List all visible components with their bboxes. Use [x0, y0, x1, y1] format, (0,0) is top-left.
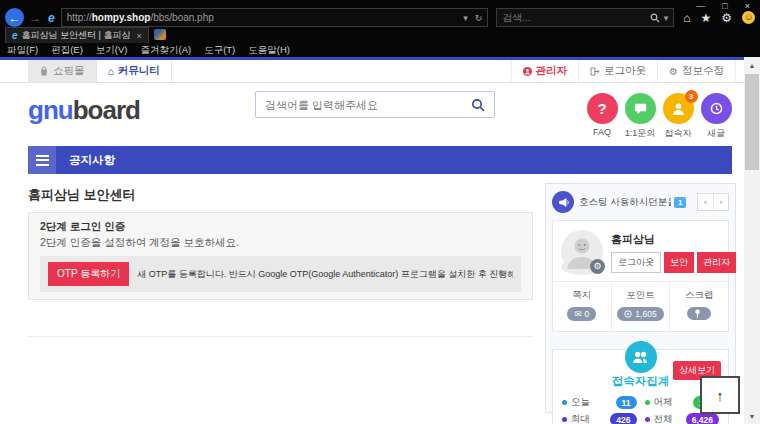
security-button[interactable]: 보안 — [664, 252, 694, 273]
profile-name: 홈피삼님 — [611, 232, 720, 247]
profile-buttons: 로그아웃 보안 관리자 — [611, 252, 720, 273]
visitor-stat-today: 오늘 11 — [562, 396, 637, 409]
quick-icons: ? FAQ 1:1문의 — [584, 93, 734, 140]
coin-icon — [624, 310, 632, 318]
chat-bubble-icon[interactable] — [625, 93, 656, 124]
visitor-person-icon[interactable]: 3 — [663, 93, 694, 124]
inquiry-shortcut[interactable]: 1:1문의 — [622, 93, 658, 140]
point-stat[interactable]: 포인트 1,605 — [611, 282, 670, 331]
memo-count: 0 — [585, 309, 590, 319]
banner-next-icon[interactable]: › — [713, 194, 728, 210]
otp-section-desc: 2단계 인증을 설정하여 계정을 보호하세요. — [40, 236, 521, 250]
home-icon[interactable]: ⌂ — [683, 11, 690, 25]
profile-card: ⚙ 홈피삼님 로그아웃 보안 관리자 쪽지 — [552, 220, 729, 332]
menu-file[interactable]: 파일(F) — [7, 44, 38, 57]
site-tab-shop[interactable]: 쇼핑몰 — [28, 60, 96, 82]
back-button[interactable]: ← — [5, 8, 24, 27]
browser-tab-bar: e 홈피삼님 보안센터 | 홈피삼 × — [0, 27, 760, 43]
profile-top: ⚙ 홈피삼님 로그아웃 보안 관리자 — [553, 221, 728, 281]
max-dot — [562, 417, 567, 422]
today-count-badge: 11 — [616, 396, 637, 409]
browser-search-box[interactable]: ▾ — [496, 8, 674, 27]
menu-edit[interactable]: 편집(E) — [51, 44, 83, 57]
scrollbar-down-icon[interactable]: ▼ — [744, 408, 760, 424]
search-icon[interactable] — [471, 98, 485, 112]
board-nav-bar: 공지사항 — [28, 146, 732, 174]
otp-section: 2단계 로그인 인증 2단계 인증을 설정하여 계정을 보호하세요. OTP 등… — [28, 212, 533, 300]
menu-view[interactable]: 보기(V) — [96, 44, 128, 57]
scrollbar-thumb[interactable] — [745, 74, 759, 170]
scrap-pill — [687, 307, 711, 320]
page-favicon-icon: e — [48, 11, 55, 25]
total-dot — [645, 417, 650, 422]
browser-tab[interactable]: e 홈피삼님 보안센터 | 홈피삼 × — [5, 27, 149, 43]
menu-favorites[interactable]: 즐겨찾기(A) — [140, 44, 191, 57]
address-bar[interactable]: http://hompy.shop/bbs/boan.php ▾ ↻ — [61, 8, 489, 27]
envelope-icon: ✉ — [574, 309, 581, 319]
visitors-shortcut[interactable]: 3 접속자 — [660, 93, 696, 140]
refresh-icon[interactable]: ↻ — [475, 13, 483, 23]
scrap-stat[interactable]: 스크랩 — [669, 282, 728, 331]
logout-link-label: 로그아웃 — [604, 64, 646, 78]
inquiry-label: 1:1문의 — [625, 127, 656, 140]
menu-tools[interactable]: 도구(T) — [204, 44, 235, 57]
site-search-box[interactable] — [255, 91, 495, 118]
admin-link[interactable]: 관리자 — [511, 60, 579, 82]
point-count-pill: 1,605 — [617, 307, 663, 321]
scrap-label: 스크랩 — [670, 289, 728, 302]
faq-shortcut[interactable]: ? FAQ — [584, 93, 620, 140]
board-nav-title[interactable]: 공지사항 — [69, 153, 115, 168]
hamburger-menu-icon[interactable] — [28, 146, 56, 174]
logout-button[interactable]: 로그아웃 — [611, 252, 661, 273]
scroll-to-top-button[interactable]: ↑ — [700, 376, 740, 414]
site-logo[interactable]: gnuboard — [28, 96, 140, 124]
recent-clock-icon[interactable] — [701, 93, 732, 124]
tab-close-icon[interactable]: × — [136, 31, 141, 41]
home-icon: ⌂ — [108, 65, 114, 77]
tab-title: 홈피삼님 보안센터 | 홈피삼 — [22, 29, 131, 42]
pin-icon — [694, 309, 701, 318]
hosting-banner[interactable]: 호스팅 사용하시던분을 연.. 1 ‹ › — [552, 190, 729, 214]
new-tab-button[interactable] — [154, 29, 166, 40]
point-count: 1,605 — [635, 309, 656, 319]
new-posts-shortcut[interactable]: 새글 — [698, 93, 734, 140]
faq-label: FAQ — [593, 127, 611, 137]
admin-link-label: 관리자 — [536, 64, 568, 78]
otp-register-row: OTP 등록하기 새 OTP를 등록합니다. 반드시 Google OTP(Go… — [40, 256, 521, 292]
profile-info: 홈피삼님 로그아웃 보안 관리자 — [611, 230, 720, 273]
autocomplete-dropdown-icon[interactable]: ▾ — [463, 13, 468, 23]
max-count-badge: 426 — [610, 413, 636, 424]
browser-search-input[interactable] — [502, 12, 649, 23]
site-search-input[interactable] — [265, 99, 471, 111]
memo-stat[interactable]: 쪽지 ✉ 0 — [553, 282, 611, 331]
memo-count-pill: ✉ 0 — [567, 307, 596, 321]
site-tab-label: 쇼핑몰 — [53, 64, 85, 78]
menu-help[interactable]: 도움말(H) — [248, 44, 290, 57]
settings-gear-icon[interactable]: ⚙ — [721, 11, 732, 25]
profile-settings-gear-icon[interactable]: ⚙ — [590, 259, 605, 274]
edit-profile-label: 정보수정 — [682, 64, 724, 78]
visitors-label: 접속자 — [665, 127, 692, 140]
avatar[interactable]: ⚙ — [561, 230, 603, 272]
banner-prev-icon[interactable]: ‹ — [698, 194, 713, 210]
visitor-count-badge: 3 — [685, 90, 698, 103]
feedback-smiley-icon[interactable]: ☺ — [742, 11, 755, 24]
admin-button[interactable]: 관리자 — [697, 252, 736, 273]
browser-menu-bar: 파일(F) 편집(E) 보기(V) 즐겨찾기(A) 도구(T) 도움말(H) — [0, 43, 760, 57]
search-dropdown-icon[interactable]: ▾ — [664, 13, 669, 23]
banner-text[interactable]: 호스팅 사용하시던분을 연.. — [579, 196, 671, 209]
otp-help-text: 새 OTP를 등록합니다. 반드시 Google OTP(Google Auth… — [137, 268, 513, 281]
admin-person-icon — [523, 67, 532, 76]
yesterday-label: 어제 — [654, 396, 673, 409]
edit-profile-link[interactable]: ⚙ 정보수정 — [657, 60, 736, 82]
favorites-star-icon[interactable]: ★ — [700, 11, 711, 25]
logout-icon — [590, 67, 600, 76]
page-scrollbar[interactable]: ▲ ▼ — [744, 57, 760, 424]
faq-question-icon[interactable]: ? — [587, 93, 618, 124]
search-icon[interactable] — [650, 13, 660, 23]
forward-button[interactable]: → — [29, 11, 41, 25]
site-tab-community[interactable]: ⌂ 커뮤니티 — [96, 60, 172, 82]
scrollbar-up-icon[interactable]: ▲ — [744, 57, 760, 73]
otp-register-button[interactable]: OTP 등록하기 — [48, 262, 129, 286]
logout-link[interactable]: 로그아웃 — [578, 60, 657, 82]
